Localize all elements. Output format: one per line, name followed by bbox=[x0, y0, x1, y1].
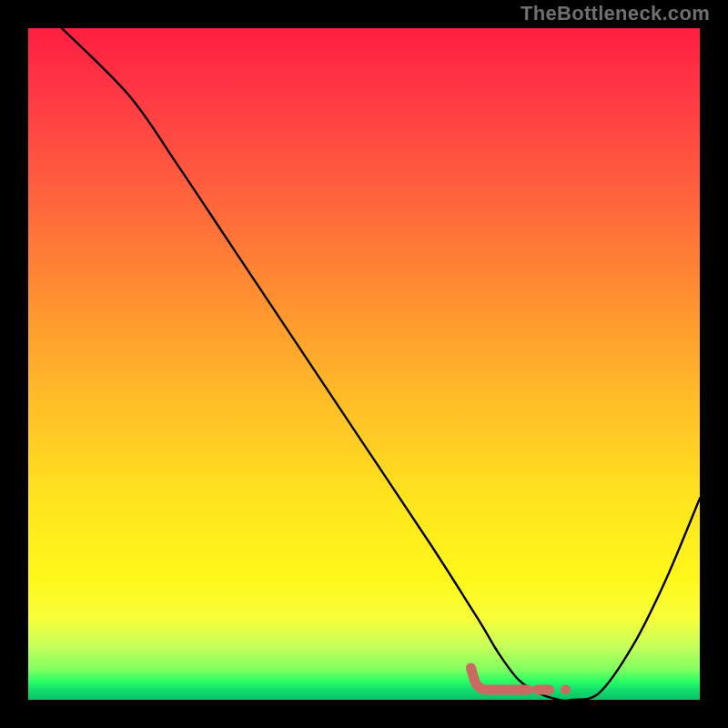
optimal-zone-dot bbox=[561, 684, 571, 694]
watermark-text: TheBottleneck.com bbox=[521, 2, 710, 25]
chart-svg bbox=[28, 28, 700, 700]
chart-frame: TheBottleneck.com bbox=[0, 0, 728, 728]
bottleneck-curve-line bbox=[62, 28, 700, 700]
plot-area bbox=[28, 28, 700, 700]
